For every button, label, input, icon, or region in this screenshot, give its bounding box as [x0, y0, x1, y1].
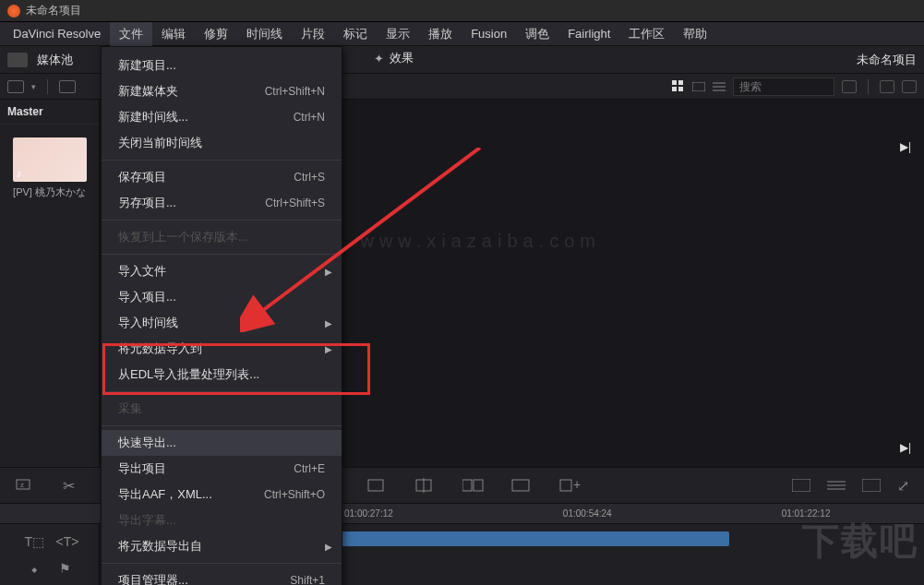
menu-item-关闭当前时间线[interactable]: 关闭当前时间线: [102, 130, 342, 156]
text-tool-icon[interactable]: <T>: [56, 534, 75, 549]
panel-icon-1[interactable]: [880, 80, 894, 93]
list-view-icon[interactable]: [713, 80, 726, 93]
menu-shortcut: Ctrl+Shift+O: [264, 488, 325, 501]
clip-image[interactable]: [13, 137, 87, 182]
scissors-icon[interactable]: ✂: [63, 477, 75, 495]
menu-item-将元数据导入到[interactable]: 将元数据导入到▶: [102, 336, 342, 362]
app-icon: [7, 5, 20, 18]
menu-item-label: 项目管理器...: [118, 572, 188, 585]
menu-标记[interactable]: 标记: [334, 22, 377, 46]
menu-shortcut: Ctrl+N: [294, 111, 325, 124]
replace-tool-icon[interactable]: [462, 476, 485, 495]
media-pool-label[interactable]: 媒体池: [37, 52, 73, 68]
insert-tool-icon[interactable]: [366, 476, 389, 495]
next-clip-icon-2[interactable]: ▶|: [900, 441, 911, 454]
submenu-arrow-icon: ▶: [325, 267, 332, 277]
search-input[interactable]: [733, 78, 834, 96]
window-title: 未命名项目: [26, 3, 81, 18]
menu-修剪[interactable]: 修剪: [195, 22, 237, 46]
menu-调色[interactable]: 调色: [516, 22, 558, 46]
svg-rect-2: [672, 87, 677, 91]
svg-rect-16: [474, 480, 483, 491]
menu-item-项目管理器[interactable]: 项目管理器...Shift+1: [102, 567, 342, 585]
menu-工作区[interactable]: 工作区: [619, 22, 674, 46]
master-bin-label[interactable]: Master: [0, 100, 99, 125]
menu-时间线[interactable]: 时间线: [237, 22, 292, 46]
menu-fusion[interactable]: Fusion: [462, 23, 516, 44]
divider: [47, 79, 48, 94]
menu-item-将元数据导出自[interactable]: 将元数据导出自▶: [102, 533, 342, 559]
menu-item-新建时间线[interactable]: 新建时间线...Ctrl+N: [102, 104, 342, 130]
menu-item-label: 另存项目...: [118, 195, 176, 211]
menu-item-另存项目[interactable]: 另存项目...Ctrl+Shift+S: [102, 190, 342, 216]
timeline-view-icon-2[interactable]: [827, 477, 846, 495]
menu-item-恢复到上一个保存版本: 恢复到上一个保存版本...: [102, 224, 342, 250]
media-pool-icon[interactable]: [7, 53, 28, 67]
timeline-view-icon-3[interactable]: [862, 477, 881, 495]
menu-item-label: 导出项目: [118, 460, 166, 477]
menu-item-从EDL导入批量处理列表[interactable]: 从EDL导入批量处理列表...: [102, 362, 342, 388]
panel-icon-2[interactable]: [902, 80, 917, 93]
menu-shortcut: Ctrl+Shift+S: [265, 197, 325, 209]
append-tool-icon[interactable]: +: [558, 476, 581, 495]
grid-view-icon[interactable]: [672, 80, 685, 93]
menu-item-label: 关闭当前时间线: [118, 135, 202, 151]
menu-item-导入时间线[interactable]: 导入时间线▶: [102, 310, 342, 336]
menu-shortcut: Ctrl+Shift+N: [265, 85, 325, 98]
fit-tool-icon[interactable]: [510, 476, 533, 495]
effects-label[interactable]: 效果: [390, 50, 414, 66]
menu-separator: [102, 220, 342, 221]
svg-text:z: z: [20, 481, 24, 489]
menu-item-保存项目[interactable]: 保存项目Ctrl+S: [102, 164, 342, 190]
marker-tool-icon[interactable]: ⬥: [25, 561, 43, 576]
menu-片段[interactable]: 片段: [292, 22, 334, 46]
submenu-arrow-icon: ▶: [325, 344, 332, 354]
menu-item-新建项目[interactable]: 新建项目...: [102, 53, 342, 78]
dropdown-caret-icon[interactable]: ▾: [31, 82, 36, 91]
menu-item-label: 导入文件: [118, 263, 166, 280]
menu-item-导入项目[interactable]: 导入项目...: [102, 284, 342, 310]
menu-item-label: 新建时间线...: [118, 109, 188, 125]
menu-item-label: 保存项目: [118, 169, 166, 185]
filmstrip-view-icon[interactable]: [692, 80, 705, 93]
folder-icon[interactable]: [59, 80, 76, 93]
menu-item-导出AAF，XML[interactable]: 导出AAF，XML...Ctrl+Shift+O: [102, 482, 342, 507]
next-clip-icon[interactable]: ▶|: [900, 140, 911, 153]
effects-icon[interactable]: ✦: [374, 52, 384, 66]
svg-rect-12: [368, 480, 383, 491]
menu-item-导出项目[interactable]: 导出项目Ctrl+E: [102, 456, 342, 482]
svg-rect-15: [462, 480, 472, 491]
menu-separator: [102, 563, 342, 564]
menu-item-label: 新建媒体夹: [118, 83, 178, 100]
sleep-tool-icon[interactable]: z: [15, 476, 37, 495]
layout-icon[interactable]: [7, 80, 24, 93]
menu-item-快速导出[interactable]: 快速导出...: [102, 430, 342, 456]
menu-播放[interactable]: 播放: [419, 22, 462, 46]
divider: [868, 79, 869, 94]
menu-显示[interactable]: 显示: [377, 22, 419, 46]
sort-icon[interactable]: [842, 80, 857, 93]
menu-separator: [102, 391, 342, 392]
overwrite-tool-icon[interactable]: [414, 476, 437, 495]
clip-thumbnail[interactable]: [PV] 桃乃木かな: [13, 137, 87, 199]
menu-davinci-resolve[interactable]: DaVinci Resolve: [4, 23, 110, 44]
expand-icon[interactable]: ⤢: [897, 477, 909, 495]
timeline-view-icon-1[interactable]: [792, 477, 810, 495]
menu-帮助[interactable]: 帮助: [674, 22, 716, 46]
menu-item-新建媒体夹[interactable]: 新建媒体夹Ctrl+Shift+N: [102, 78, 342, 104]
menu-fairlight[interactable]: Fairlight: [558, 23, 619, 44]
lock-track-icon[interactable]: T⬚: [25, 534, 43, 549]
menu-item-label: 恢复到上一个保存版本...: [118, 229, 248, 245]
svg-text:+: +: [573, 477, 581, 492]
menu-编辑[interactable]: 编辑: [152, 22, 195, 46]
submenu-arrow-icon: ▶: [325, 542, 332, 552]
flag-tool-icon[interactable]: ⚑: [56, 561, 75, 576]
menu-item-导入文件[interactable]: 导入文件▶: [102, 258, 342, 284]
menu-item-采集: 采集: [102, 396, 342, 422]
submenu-arrow-icon: ▶: [325, 318, 332, 328]
video-clip[interactable]: [342, 531, 729, 546]
timecode: 01:01:22:12: [782, 508, 831, 519]
menu-文件[interactable]: 文件: [110, 22, 152, 46]
timeline-left-tools: T⬚ <T> ⬥ ⚑: [0, 524, 100, 585]
menu-item-label: 导出AAF，XML...: [118, 486, 212, 503]
